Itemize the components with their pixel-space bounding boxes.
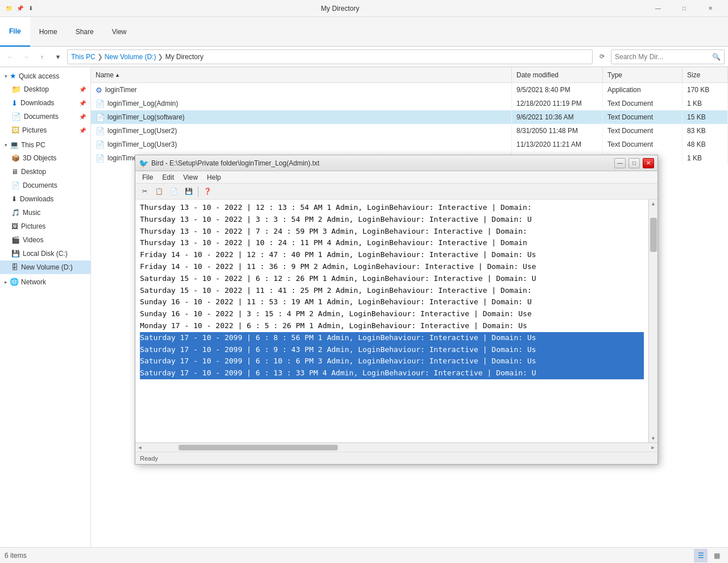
col-header-type[interactable]: Type <box>603 67 682 82</box>
bird-text-line[interactable]: Monday 17 - 10 - 2022 | 6 : 5 : 26 PM 1 … <box>140 320 644 332</box>
quick-access-icon[interactable]: ⬇ <box>26 4 35 13</box>
file-type-cell: Text Document <box>603 110 682 124</box>
sidebar-item-videos[interactable]: 🎬 Videos <box>0 233 90 247</box>
col-header-size[interactable]: Size <box>682 67 728 82</box>
sidebar-item-documents-pc[interactable]: 📄 Documents <box>0 179 90 192</box>
sidebar-item-label: Downloads <box>20 195 53 203</box>
tab-home[interactable]: Home <box>30 17 67 46</box>
tab-view[interactable]: View <box>103 17 136 46</box>
network-icon: 🌐 <box>10 278 19 286</box>
bird-menu-file[interactable]: File <box>138 172 158 183</box>
file-modified-cell: 12/18/2020 11:19 PM <box>512 97 603 110</box>
bird-save-button[interactable]: 💾 <box>182 185 196 198</box>
bird-text-line[interactable]: Saturday 17 - 10 - 2099 | 6 : 8 : 56 PM … <box>140 332 644 344</box>
sidebar-header-network[interactable]: ▸ 🌐 Network <box>0 275 90 288</box>
bird-window: 🐦 Bird - E:\Setup\Private folder\loginTi… <box>135 155 658 465</box>
bird-maximize-button[interactable]: □ <box>628 158 640 168</box>
bird-text-line[interactable]: Saturday 17 - 10 - 2099 | 6 : 13 : 33 PM… <box>140 367 644 379</box>
tab-file[interactable]: File <box>0 17 30 47</box>
bird-cut-button[interactable]: ✂ <box>138 185 151 198</box>
search-input[interactable] <box>615 53 710 61</box>
sidebar-item-label: Music <box>23 209 40 217</box>
bird-text-area[interactable]: Thursday 13 - 10 - 2022 | 12 : 13 : 54 A… <box>135 200 648 442</box>
folder-icon: 🖼 <box>11 126 19 135</box>
refresh-button[interactable]: ⟳ <box>595 50 609 64</box>
recent-locations-button[interactable]: ▼ <box>51 50 65 64</box>
bird-scrollbar-vertical[interactable]: ▲ ▼ <box>648 200 657 442</box>
breadcrumb[interactable]: This PC ❯ New Volume (D:) ❯ My Directory <box>67 49 593 64</box>
large-icons-view-button[interactable]: ▦ <box>710 549 723 562</box>
table-row[interactable]: 📄 loginTimer_Log(Admin) 12/18/2020 11:19… <box>91 97 728 110</box>
bird-text-line[interactable]: Saturday 17 - 10 - 2099 | 6 : 9 : 43 PM … <box>140 344 644 356</box>
sidebar-item-localc[interactable]: 💾 Local Disk (C:) <box>0 247 90 260</box>
music-icon: 🎵 <box>11 209 20 217</box>
bird-text-line[interactable]: Sunday 16 - 10 - 2022 | 11 : 53 : 19 AM … <box>140 296 644 308</box>
file-modified-cell: 9/5/2021 8:40 PM <box>512 83 603 97</box>
scrollbar-thumb-h[interactable] <box>179 445 338 450</box>
sidebar-item-pictures-quick[interactable]: 🖼 Pictures 📌 <box>0 123 90 137</box>
bird-text-line[interactable]: Thursday 13 - 10 - 2022 | 3 : 3 : 54 PM … <box>140 214 644 226</box>
sidebar-item-downloads-pc[interactable]: ⬇ Downloads <box>0 192 90 206</box>
sidebar-item-desktop-quick[interactable]: 📁 Desktop 📌 <box>0 82 90 96</box>
bird-close-button[interactable]: ✕ <box>643 158 654 168</box>
forward-button[interactable]: → <box>19 50 33 64</box>
scrollbar-thumb-v[interactable] <box>650 218 657 252</box>
bird-scrollbar-horizontal[interactable] <box>144 443 648 452</box>
up-button[interactable]: ↑ <box>35 50 49 64</box>
bird-paste-button[interactable]: 📄 <box>167 185 181 198</box>
col-header-modified[interactable]: Date modified <box>512 67 603 82</box>
maximize-button[interactable]: □ <box>671 0 697 17</box>
sidebar-item-label: Pictures <box>21 222 46 230</box>
txt-icon: 📄 <box>96 100 105 108</box>
sidebar-item-desktop-pc[interactable]: 🖥 Desktop <box>0 165 90 179</box>
hscroll-left[interactable]: ◄ <box>135 443 144 452</box>
sidebar-item-documents-quick[interactable]: 📄 Documents 📌 <box>0 110 90 123</box>
bird-minimize-button[interactable]: — <box>614 158 626 168</box>
download-icon: ⬇ <box>11 195 17 203</box>
col-header-name[interactable]: Name ▲ <box>91 67 512 82</box>
sidebar-item-downloads-quick[interactable]: ⬇ Downloads 📌 <box>0 96 90 110</box>
sidebar-header-quickaccess[interactable]: ▾ ★ Quick access <box>0 69 90 82</box>
sidebar-label-thispc: This PC <box>21 141 46 149</box>
bird-menu-help[interactable]: Help <box>202 172 226 183</box>
search-box[interactable]: 🔍 <box>611 49 725 64</box>
sidebar-item-music[interactable]: 🎵 Music <box>0 206 90 220</box>
pin-icon: 📌 <box>79 100 86 106</box>
table-row[interactable]: 📄 loginTimer_Log(software) 9/6/2021 10:3… <box>91 110 728 124</box>
back-button[interactable]: ← <box>3 50 17 64</box>
table-row[interactable]: 📄 loginTimer_Log(User2) 8/31/2050 11:48 … <box>91 124 728 138</box>
bird-text-line[interactable]: Thursday 13 - 10 - 2022 | 10 : 24 : 11 P… <box>140 237 644 249</box>
close-button[interactable]: ✕ <box>697 0 723 17</box>
bird-copy-button[interactable]: 📋 <box>152 185 166 198</box>
sidebar-item-3dobjects[interactable]: 📦 3D Objects <box>0 151 90 165</box>
bird-menu-view[interactable]: View <box>179 172 202 183</box>
sidebar-item-label: Documents <box>24 113 59 121</box>
search-icon: 🔍 <box>712 53 721 61</box>
table-row[interactable]: ⚙ loginTimer 9/5/2021 8:40 PM Applicatio… <box>91 83 728 97</box>
pin-icon[interactable]: 📌 <box>15 4 24 13</box>
bird-help-button[interactable]: ❓ <box>201 185 214 198</box>
bird-menu-bar: File Edit View Help <box>135 171 657 184</box>
bird-text-line[interactable]: Friday 14 - 10 - 2022 | 12 : 47 : 40 PM … <box>140 249 644 261</box>
minimize-button[interactable]: — <box>645 0 671 17</box>
bird-app-icon: 🐦 <box>139 159 148 168</box>
details-view-button[interactable]: ☰ <box>694 549 708 562</box>
sidebar-item-pictures-pc[interactable]: 🖼 Pictures <box>0 220 90 233</box>
bird-text-line[interactable]: Saturday 17 - 10 - 2099 | 6 : 10 : 6 PM … <box>140 355 644 367</box>
bird-menu-edit[interactable]: Edit <box>158 172 179 183</box>
hscroll-right[interactable]: ► <box>648 443 657 452</box>
bird-text-line[interactable]: Friday 14 - 10 - 2022 | 11 : 36 : 9 PM 2… <box>140 261 644 273</box>
sidebar-header-thispc[interactable]: ▾ 💻 This PC <box>0 138 90 151</box>
sidebar-item-newvolumed[interactable]: 🗄 New Volume (D:) <box>0 260 90 274</box>
breadcrumb-thispc[interactable]: This PC <box>71 53 96 61</box>
bird-text-line[interactable]: Saturday 15 - 10 - 2022 | 11 : 41 : 25 P… <box>140 285 644 297</box>
breadcrumb-newvolume[interactable]: New Volume (D:) <box>105 53 156 61</box>
bird-text-line[interactable]: Thursday 13 - 10 - 2022 | 12 : 13 : 54 A… <box>140 202 644 214</box>
table-row[interactable]: 📄 loginTimer_Log(User3) 11/13/2020 11:21… <box>91 138 728 151</box>
bird-text-line[interactable]: Sunday 16 - 10 - 2022 | 3 : 15 : 4 PM 2 … <box>140 308 644 320</box>
sidebar-item-label: Desktop <box>24 85 49 93</box>
bird-text-line[interactable]: Thursday 13 - 10 - 2022 | 7 : 24 : 59 PM… <box>140 226 644 238</box>
tab-share[interactable]: Share <box>67 17 103 46</box>
sidebar-item-label: Pictures <box>22 126 47 134</box>
bird-text-line[interactable]: Saturday 15 - 10 - 2022 | 6 : 12 : 26 PM… <box>140 273 644 285</box>
